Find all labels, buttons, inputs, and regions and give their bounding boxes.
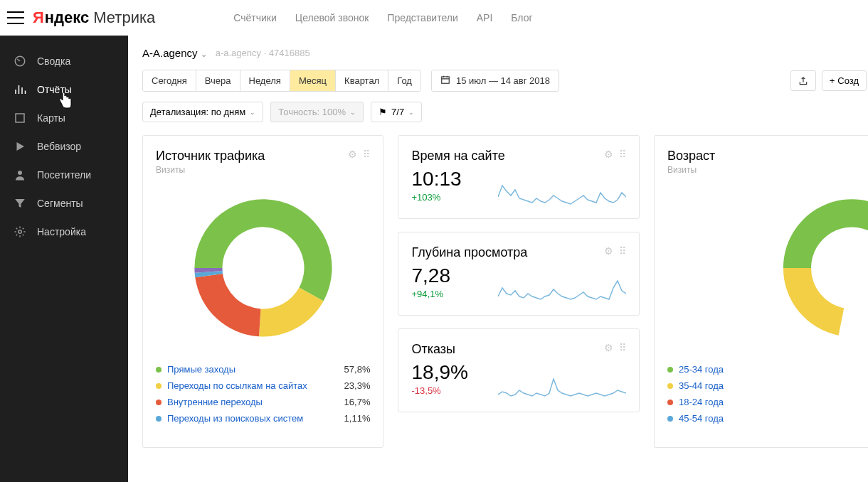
- period-today[interactable]: Сегодня: [143, 70, 196, 91]
- controls-row: Сегодня Вчера Неделя Месяц Квартал Год 1…: [142, 70, 868, 92]
- create-button[interactable]: + Созд: [822, 70, 867, 91]
- sidebar: Сводка Отчёты Карты Вебвизор Посетители …: [0, 36, 128, 482]
- gear-icon[interactable]: ⚙: [348, 149, 357, 160]
- logo-metrika: Метрика: [93, 9, 155, 27]
- svg-point-2: [18, 171, 22, 175]
- chevron-down-icon: ⌄: [408, 109, 414, 116]
- controls-row-2: Детализация: по дням ⌄ Точность: 100% ⌄ …: [142, 102, 868, 122]
- dot-icon: [156, 367, 162, 373]
- period-quarter[interactable]: Квартал: [336, 70, 388, 91]
- topbar: Яндекс Метрика Счётчики Целевой звонок П…: [0, 0, 868, 36]
- legend-label[interactable]: Переходы из поисковых систем: [167, 413, 339, 424]
- gear-icon[interactable]: ⚙: [604, 149, 613, 160]
- nav-target-call[interactable]: Целевой звонок: [295, 12, 369, 23]
- svg-rect-4: [442, 77, 450, 83]
- dot-icon: [156, 400, 162, 405]
- legend-row: 35-44 года: [667, 380, 868, 391]
- period-yesterday[interactable]: Вчера: [196, 70, 240, 91]
- legend: Прямые заходы57,8% Переходы по ссылкам н…: [156, 364, 370, 424]
- share-button[interactable]: [790, 70, 816, 91]
- chevron-down-icon: ⌄: [350, 109, 356, 116]
- legend: 25-34 года 35-44 года 18-24 года 45-54 г…: [667, 364, 868, 424]
- widget-bounce: Отказы⚙⠿ 18,9% -13,5%: [398, 328, 639, 412]
- gear-icon[interactable]: ⚙: [604, 342, 613, 353]
- widget-title: Глубина просмотра: [411, 245, 527, 260]
- nav-counters[interactable]: Счётчики: [233, 12, 277, 23]
- counter-name[interactable]: A-A.agency ⌄: [142, 47, 207, 59]
- legend-label[interactable]: 18-24 года: [679, 397, 868, 407]
- period-month[interactable]: Месяц: [290, 70, 336, 91]
- breadcrumb: A-A.agency ⌄ a-a.agency · 47416885: [142, 36, 868, 70]
- period-week[interactable]: Неделя: [240, 70, 290, 91]
- logo-yandex: ндекс: [45, 9, 89, 27]
- gauge-icon: [13, 54, 27, 68]
- flag-icon: ⚑: [379, 107, 387, 117]
- legend-label[interactable]: Внутренние переходы: [167, 397, 339, 407]
- legend-row: Переходы из поисковых систем1,11%: [156, 413, 370, 424]
- sidebar-label: Настройка: [37, 226, 86, 237]
- nav-blog[interactable]: Блог: [511, 12, 532, 23]
- legend-row: Прямые заходы57,8%: [156, 364, 370, 375]
- dot-icon: [667, 367, 673, 373]
- legend-label[interactable]: 45-54 года: [679, 413, 868, 424]
- logo[interactable]: Яндекс Метрика: [33, 9, 155, 27]
- legend-label[interactable]: 25-34 года: [679, 364, 868, 375]
- calendar-icon: [440, 75, 450, 87]
- gear-icon[interactable]: ⚙: [604, 245, 613, 257]
- goals-dropdown[interactable]: ⚑ 7/7 ⌄: [371, 102, 422, 122]
- legend-value: 16,7%: [344, 397, 371, 407]
- sidebar-item-summary[interactable]: Сводка: [0, 47, 128, 75]
- date-range-picker[interactable]: 15 июл — 14 авг 2018: [431, 70, 559, 92]
- period-year[interactable]: Год: [388, 70, 420, 91]
- sidebar-item-visitors[interactable]: Посетители: [0, 161, 128, 189]
- widget-title: Время на сайте: [411, 149, 504, 164]
- legend-label[interactable]: 35-44 года: [679, 380, 868, 391]
- legend-row: Внутренние переходы16,7%: [156, 397, 370, 407]
- play-icon: [13, 139, 27, 154]
- svg-rect-1: [16, 114, 24, 122]
- drag-icon[interactable]: ⠿: [619, 149, 626, 160]
- counter-info: a-a.agency · 47416885: [216, 48, 310, 58]
- sidebar-label: Отчёты: [37, 84, 72, 95]
- legend-label[interactable]: Переходы по ссылкам на сайтах: [167, 380, 339, 391]
- sidebar-item-segments[interactable]: Сегменты: [0, 189, 128, 218]
- dot-icon: [667, 416, 673, 422]
- widget-title: Отказы: [411, 342, 455, 357]
- legend-row: 18-24 года: [667, 397, 868, 407]
- widget-title: Источник трафика: [156, 149, 265, 164]
- drag-icon[interactable]: ⠿: [619, 342, 626, 353]
- sparkline: [498, 376, 626, 402]
- sidebar-item-webvisor[interactable]: Вебвизор: [0, 132, 128, 161]
- sparkline: [498, 279, 626, 305]
- gear-icon: [13, 225, 27, 239]
- legend-row: 45-54 года: [667, 413, 868, 424]
- logo-y: Я: [33, 9, 44, 27]
- drag-icon[interactable]: ⠿: [363, 149, 370, 160]
- nav-representatives[interactable]: Представители: [387, 12, 457, 23]
- chevron-down-icon: ⌄: [250, 109, 255, 116]
- sidebar-item-reports[interactable]: Отчёты: [0, 75, 128, 104]
- sidebar-label: Вебвизор: [37, 141, 81, 152]
- funnel-icon: [13, 196, 27, 210]
- drag-icon[interactable]: ⠿: [619, 245, 626, 257]
- main-content: A-A.agency ⌄ a-a.agency · 47416885 Сегод…: [128, 36, 868, 482]
- donut-chart: [156, 186, 370, 350]
- sidebar-item-settings[interactable]: Настройка: [0, 218, 128, 246]
- donut-chart: [667, 186, 868, 350]
- sidebar-item-maps[interactable]: Карты: [0, 104, 128, 132]
- accuracy-dropdown[interactable]: Точность: 100% ⌄: [270, 102, 364, 122]
- sidebar-label: Карты: [37, 112, 65, 124]
- legend-row: 25-34 года: [667, 364, 868, 375]
- date-range-text: 15 июл — 14 авг 2018: [456, 75, 550, 86]
- nav-api[interactable]: API: [477, 12, 493, 23]
- dot-icon: [156, 416, 162, 422]
- dot-icon: [667, 400, 673, 405]
- top-nav: Счётчики Целевой звонок Представители AP…: [233, 12, 532, 23]
- chevron-down-icon: ⌄: [201, 50, 207, 58]
- widget-page-depth: Глубина просмотра⚙⠿ 7,28 +94,1%: [398, 232, 639, 316]
- legend-label[interactable]: Прямые заходы: [167, 364, 339, 375]
- svg-point-3: [18, 230, 22, 234]
- dot-icon: [667, 383, 673, 389]
- hamburger-icon[interactable]: [7, 11, 24, 24]
- detail-dropdown[interactable]: Детализация: по дням ⌄: [142, 102, 263, 122]
